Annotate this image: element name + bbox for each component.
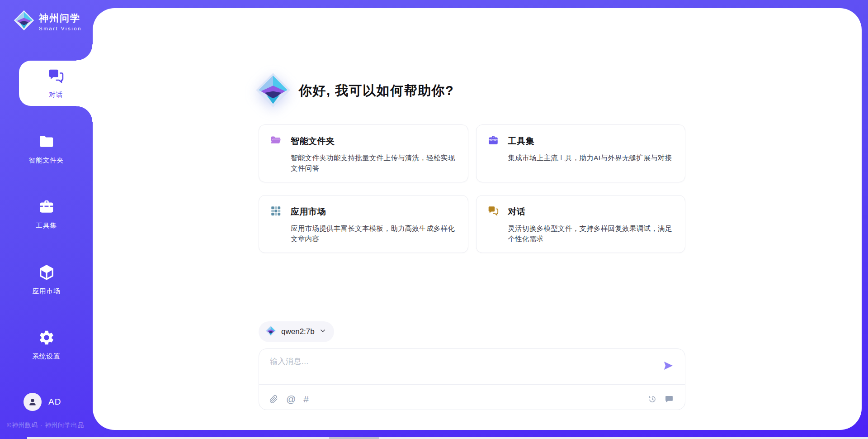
greeting-title: 你好, 我可以如何帮助你? <box>299 82 454 100</box>
card-description: 应用市场提供丰富长文本模板，助力高效生成多样化文章内容 <box>291 223 457 244</box>
history-icon[interactable] <box>648 395 657 404</box>
card-app-market[interactable]: 应用市场 应用市场提供丰富长文本模板，助力高效生成多样化文章内容 <box>259 195 468 253</box>
sidebar-item-smart-folder[interactable]: 智能文件夹 <box>0 126 93 172</box>
cube-icon <box>38 264 55 283</box>
greeting: 你好, 我可以如何帮助你? <box>255 72 454 110</box>
scrollbar-thumb[interactable] <box>329 437 379 439</box>
brand-title: 神州问学 <box>39 12 82 24</box>
chat-bubbles-icon <box>47 67 65 86</box>
sidebar-item-chat[interactable]: 对话 <box>19 61 93 106</box>
sidebar-item-toolset[interactable]: 工具集 <box>0 191 93 237</box>
gear-icon <box>38 329 55 348</box>
composer-right-tools <box>648 395 674 404</box>
chat-bubbles-icon <box>487 205 499 219</box>
toolbox-icon <box>38 198 55 217</box>
sidebar-item-label: 对话 <box>49 91 63 99</box>
user-account[interactable]: AD <box>24 393 61 411</box>
sidebar-item-settings[interactable]: 系统设置 <box>0 322 93 367</box>
conversation-icon[interactable] <box>665 395 674 404</box>
card-toolset[interactable]: 工具集 集成市场上主流工具，助力AI与外界无缝扩展与对接 <box>476 124 686 182</box>
composer-divider <box>259 384 685 385</box>
model-selector[interactable]: qwen2:7b <box>259 321 334 342</box>
sidebar-item-label: 智能文件夹 <box>29 156 64 165</box>
horizontal-scrollbar[interactable] <box>27 437 868 439</box>
composer-tools: @ # <box>269 395 309 404</box>
attachment-icon[interactable] <box>269 395 278 404</box>
card-title: 智能文件夹 <box>291 135 335 147</box>
user-name: AD <box>48 397 61 407</box>
model-logo-icon <box>265 325 276 338</box>
app-logo-icon <box>255 72 291 110</box>
message-composer: @ # <box>259 348 685 410</box>
send-icon <box>662 360 674 372</box>
sidebar-item-app-market[interactable]: 应用市场 <box>0 257 93 302</box>
card-chat[interactable]: 对话 灵活切换多模型文件，支持多样回复效果调试，满足个性化需求 <box>476 195 686 253</box>
sidebar: 神州问学 Smart Vision 对话 智能文件夹 <box>0 0 93 439</box>
grid-icon <box>270 205 282 219</box>
folder-icon <box>38 133 55 152</box>
card-description: 智能文件夹功能支持批量文件上传与清洗，轻松实现文件问答 <box>291 153 457 174</box>
copyright-text: ©神州数码 · 神州问学出品 <box>7 421 84 429</box>
message-input[interactable] <box>270 356 645 380</box>
toolbox-icon <box>487 134 499 148</box>
main-content-panel: 你好, 我可以如何帮助你? 智能文件夹 智能文件夹功能支持批量文件上传与清洗，轻… <box>93 8 862 430</box>
card-title: 工具集 <box>508 135 535 147</box>
card-smart-folder[interactable]: 智能文件夹 智能文件夹功能支持批量文件上传与清洗，轻松实现文件问答 <box>259 124 468 182</box>
brand: 神州问学 Smart Vision <box>14 10 82 33</box>
sidebar-item-label: 系统设置 <box>33 352 61 361</box>
send-button[interactable] <box>662 360 674 372</box>
folder-open-icon <box>270 134 282 148</box>
person-icon <box>28 397 38 407</box>
hash-icon[interactable]: # <box>303 395 309 404</box>
card-title: 应用市场 <box>291 206 326 218</box>
chevron-down-icon <box>320 328 326 336</box>
brand-subtitle: Smart Vision <box>39 26 82 31</box>
avatar <box>24 393 42 411</box>
card-description: 集成市场上主流工具，助力AI与外界无缝扩展与对接 <box>508 153 675 163</box>
card-description: 灵活切换多模型文件，支持多样回复效果调试，满足个性化需求 <box>508 223 675 244</box>
sidebar-item-label: 工具集 <box>36 221 57 230</box>
sidebar-item-label: 应用市场 <box>33 287 61 296</box>
model-name: qwen2:7b <box>281 327 315 336</box>
brand-logo-icon <box>14 10 34 33</box>
feature-cards: 智能文件夹 智能文件夹功能支持批量文件上传与清洗，轻松实现文件问答 工具集 集成… <box>259 124 685 253</box>
mention-icon[interactable]: @ <box>286 395 296 404</box>
card-title: 对话 <box>508 206 526 218</box>
